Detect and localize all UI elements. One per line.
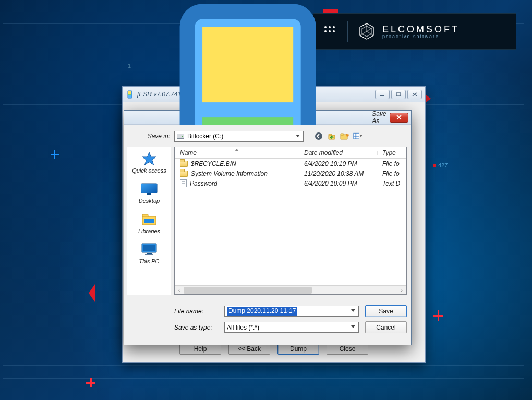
nav-up-button[interactable] <box>327 131 336 141</box>
place-label: This PC <box>139 258 159 264</box>
file-type: File fo <box>377 170 406 177</box>
file-list[interactable]: Name Date modified Type $RECYCLE.BIN6/4/… <box>174 147 407 295</box>
libraries-icon <box>140 211 159 227</box>
new-folder-button[interactable] <box>340 131 349 141</box>
save-button[interactable]: Save <box>365 305 407 317</box>
svg-rect-12 <box>329 134 332 136</box>
file-name-label: File name: <box>174 308 218 315</box>
file-row[interactable]: Password6/4/2020 10:09 PMText D <box>175 178 406 188</box>
svg-rect-32 <box>143 245 155 251</box>
brand-tagline: proactive software <box>382 34 460 39</box>
svg-rect-34 <box>145 254 153 255</box>
drive-icon <box>177 134 184 139</box>
save-as-type-value: All files (*.*) <box>227 324 259 331</box>
file-name: $RECYCLE.BIN <box>191 160 236 167</box>
decor-red-plus-icon <box>86 378 95 387</box>
save-in-combobox[interactable]: Bitlocker (C:) <box>174 131 304 142</box>
nav-back-button[interactable] <box>314 131 323 141</box>
place-label: Quick access <box>132 167 166 174</box>
scroll-right-icon[interactable]: › <box>397 286 406 295</box>
svg-rect-6 <box>396 93 401 96</box>
save-in-label: Save in: <box>145 132 170 140</box>
quick-access-icon <box>140 151 159 166</box>
svg-rect-29 <box>142 214 148 217</box>
svg-marker-24 <box>142 152 156 165</box>
minimize-button[interactable] <box>375 90 390 99</box>
chevron-down-icon <box>351 309 355 312</box>
maximize-button[interactable] <box>391 90 406 99</box>
svg-rect-19 <box>354 133 359 139</box>
svg-rect-33 <box>147 253 152 254</box>
horizontal-scrollbar[interactable]: ‹ › <box>175 285 406 294</box>
file-name-value: Dump 2020.11.20 11-17 <box>227 307 297 316</box>
scroll-left-icon[interactable]: ‹ <box>175 286 184 295</box>
views-menu-button[interactable] <box>353 131 362 141</box>
svg-rect-5 <box>380 95 384 96</box>
file-date: 6/4/2020 10:10 PM <box>299 160 377 167</box>
close-button[interactable] <box>407 90 422 99</box>
file-date: 6/4/2020 10:09 PM <box>299 180 377 187</box>
save-as-type-combobox[interactable]: All files (*.*) <box>224 322 359 333</box>
file-name: Password <box>190 180 217 187</box>
chevron-down-icon <box>296 135 300 137</box>
decor-red-triangle-icon <box>89 284 95 302</box>
scrollbar-thumb[interactable] <box>184 287 312 294</box>
svg-point-10 <box>315 132 322 140</box>
column-name[interactable]: Name <box>175 149 299 156</box>
file-row[interactable]: System Volume Information11/20/2020 10:3… <box>175 168 406 178</box>
save-as-type-label: Save as type: <box>174 324 218 331</box>
svg-rect-14 <box>341 134 344 135</box>
decor-blue-cross-icon <box>51 150 59 159</box>
file-name-combobox[interactable]: Dump 2020.11.20 11-17 <box>224 306 359 317</box>
save-in-value: Bitlocker (C:) <box>187 132 223 140</box>
file-row[interactable]: $RECYCLE.BIN6/4/2020 10:10 PMFile fo <box>175 159 406 168</box>
place-quick-access[interactable]: Quick access <box>127 149 171 177</box>
place-desktop[interactable]: Desktop <box>127 179 171 207</box>
svg-rect-26 <box>141 184 157 193</box>
places-bar: Quick access Desktop Libraries This PC <box>127 147 171 295</box>
svg-rect-8 <box>202 27 293 102</box>
chevron-down-icon <box>351 325 355 328</box>
file-list-header[interactable]: Name Date modified Type <box>175 147 406 159</box>
this-pc-icon <box>140 241 159 257</box>
decor-red-plus-icon <box>433 310 443 321</box>
dialog-title: Save As <box>372 110 386 125</box>
folder-icon <box>180 171 188 177</box>
text-file-icon <box>180 179 187 187</box>
column-type[interactable]: Type <box>377 149 406 156</box>
place-label: Desktop <box>139 198 160 204</box>
decor-tag: 427 <box>433 162 448 168</box>
cancel-button[interactable]: Cancel <box>365 321 407 333</box>
dialog-titlebar[interactable]: Save As <box>124 111 411 125</box>
place-label: Libraries <box>138 228 160 234</box>
file-name: System Volume Information <box>191 170 268 177</box>
dialog-save-as: Save As Save in: Bitlocker (C:) <box>124 110 412 345</box>
file-type: File fo <box>377 160 406 167</box>
file-type: Text D <box>377 180 406 187</box>
column-date-modified[interactable]: Date modified <box>299 149 377 156</box>
dialog-close-button[interactable] <box>390 113 408 123</box>
folder-icon <box>180 161 188 167</box>
desktop-icon <box>140 181 159 197</box>
place-this-pc[interactable]: This PC <box>127 239 171 268</box>
svg-rect-27 <box>147 193 151 195</box>
brand-name: ELCOMSOFT <box>382 24 460 35</box>
svg-rect-30 <box>144 219 154 223</box>
place-libraries[interactable]: Libraries <box>127 209 171 237</box>
file-date: 11/20/2020 10:38 AM <box>299 170 377 177</box>
